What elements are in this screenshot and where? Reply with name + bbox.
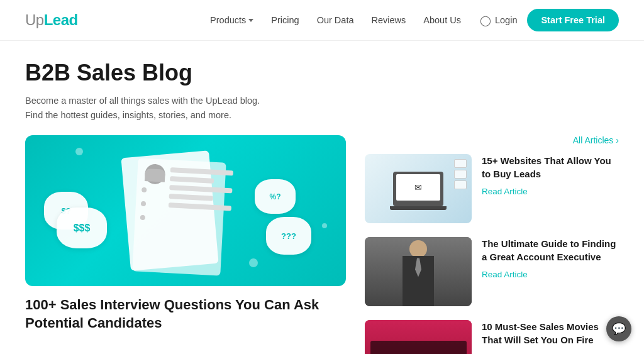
chat-widget[interactable]: 💬 <box>606 316 631 341</box>
laptop-screen: ✉ <box>396 174 440 201</box>
featured-article-title: 100+ Sales Interview Questions You Can A… <box>25 296 346 332</box>
laptop-shape: ✉ <box>393 172 443 206</box>
nav-products[interactable]: Products <box>210 15 253 25</box>
small-windows <box>454 159 467 189</box>
all-articles-link[interactable]: All Articles › <box>573 135 619 145</box>
bullet-3 <box>140 215 145 220</box>
featured-article-image[interactable]: $? $$$ %? ??? <box>25 135 346 286</box>
read-article-1-link[interactable]: Read Article <box>482 270 528 279</box>
cinema-building: CINEMACENTRAL <box>370 341 467 354</box>
featured-image-inner: $? $$$ %? ??? <box>25 135 346 286</box>
main-nav: Products Pricing Our Data Reviews About … <box>210 15 461 25</box>
envelope-icon: ✉ <box>414 182 422 192</box>
user-icon: ◯ <box>480 14 491 26</box>
nav-about-us[interactable]: About Us <box>423 15 461 25</box>
side-article-0-title: 15+ Websites That Allow You to Buy Leads <box>482 154 619 180</box>
blog-subtitle: Become a master of all things sales with… <box>25 94 264 123</box>
cinema-image: CINEMACENTRAL <box>365 320 472 354</box>
person-image <box>365 237 472 306</box>
laptop-base <box>390 206 447 210</box>
bubble-dollar-signs: $$$ <box>57 207 107 248</box>
articles-section: $? $$$ %? ??? 100+ S <box>25 135 619 354</box>
chevron-down-icon <box>248 19 253 22</box>
side-article-1-title: The Ultimate Guide to Finding a Great Ac… <box>482 237 619 263</box>
side-article-1-content: The Ultimate Guide to Finding a Great Ac… <box>482 237 619 280</box>
logo: UpLead <box>25 11 78 29</box>
doc-line-3 <box>169 185 232 194</box>
side-article-2-image: CINEMACENTRAL <box>365 320 472 354</box>
header-actions: ◯ Login Start Free Trial <box>480 9 619 31</box>
side-article-0-image: ✉ <box>365 154 472 223</box>
doc-paper-front <box>132 158 226 276</box>
read-article-0-link[interactable]: Read Article <box>482 187 528 196</box>
person-head <box>409 240 427 258</box>
side-article-2: CINEMACENTRAL 10 M <box>365 320 619 354</box>
start-free-trial-button[interactable]: Start Free Trial <box>527 9 619 31</box>
header: UpLead Products Pricing Our Data Reviews… <box>0 0 644 41</box>
sidebar-articles: All Articles › ✉ <box>365 135 619 354</box>
nav-reviews[interactable]: Reviews <box>372 15 406 25</box>
chat-icon: 💬 <box>612 322 626 336</box>
doc-lines <box>168 168 221 214</box>
main-content: B2B Sales Blog Become a master of all th… <box>0 41 644 354</box>
doc-line-4 <box>169 194 213 201</box>
all-articles-link-container: All Articles › <box>365 135 619 145</box>
logo-lead: Lead <box>44 11 78 28</box>
doc-line-5 <box>169 202 231 211</box>
bubble-question-marks: ??? <box>266 217 311 255</box>
deco-dot-2 <box>322 223 327 228</box>
laptop-wrapper: ✉ <box>393 172 443 206</box>
doc-line-2 <box>170 177 214 184</box>
bullet-2 <box>141 201 146 206</box>
nav-pricing[interactable]: Pricing <box>271 15 299 25</box>
bullet-1 <box>142 187 147 192</box>
side-article-1: The Ultimate Guide to Finding a Great Ac… <box>365 237 619 306</box>
side-article-2-title: 10 Must-See Sales Movies That Will Set Y… <box>482 320 619 346</box>
side-article-2-content: 10 Must-See Sales Movies That Will Set Y… <box>482 320 619 354</box>
avatar-body <box>145 169 165 182</box>
deco-dot-3 <box>249 258 258 267</box>
deco-dot-1 <box>75 148 83 155</box>
small-window-3 <box>454 180 467 189</box>
side-article-0: ✉ 15+ Websites That Allow Yo <box>365 154 619 223</box>
side-article-0-content: 15+ Websites That Allow You to Buy Leads… <box>482 154 619 197</box>
blog-title: B2B Sales Blog <box>25 60 619 86</box>
doc-bullets <box>140 187 147 220</box>
bubble-percent-question: %? <box>255 179 296 214</box>
logo-up: Up <box>25 11 44 28</box>
small-window-2 <box>454 170 467 179</box>
side-article-1-image <box>365 237 472 306</box>
small-window-1 <box>454 159 467 168</box>
doc-line-1 <box>170 168 233 176</box>
websites-image: ✉ <box>365 154 472 223</box>
nav-our-data[interactable]: Our Data <box>317 15 354 25</box>
login-button[interactable]: ◯ Login <box>480 14 517 26</box>
featured-article: $? $$$ %? ??? 100+ S <box>25 135 346 332</box>
